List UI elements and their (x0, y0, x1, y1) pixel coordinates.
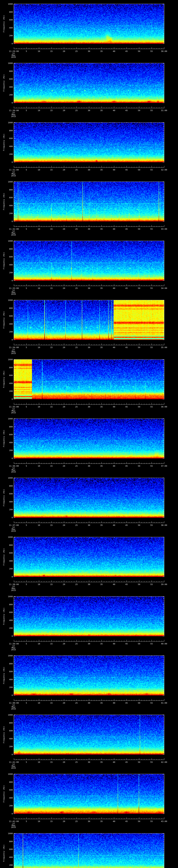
x-tick-label: 50 (136, 702, 142, 704)
x-tick-label: 55 (149, 287, 154, 289)
x-tick-label: 5 (24, 761, 29, 763)
spectrogram-panel-3: Frequency (Hz)10008006004002000510152025… (0, 178, 178, 237)
x-tick-label: 55 (149, 406, 154, 408)
end-time-label: 38:00 (159, 524, 169, 526)
x-tick-label: 10 (36, 50, 42, 52)
x-tick-label: 35 (98, 643, 105, 645)
y-tick-label: 1000 (5, 3, 13, 5)
x-tick-label: 55 (149, 702, 154, 704)
y-tick-label: 0 (5, 576, 13, 578)
x-tick-label: 25 (73, 50, 80, 52)
y-tick-label: 600 (5, 848, 13, 850)
x-tick-label: 35 (98, 406, 105, 408)
x-tick-label: 10 (36, 761, 42, 763)
date-label: 2015 (7, 471, 20, 473)
x-tick-label: 10 (36, 287, 42, 289)
x-tick-label: 50 (136, 465, 142, 467)
x-tick-label: 30 (86, 169, 92, 171)
x-tick-label: 25 (73, 465, 80, 467)
y-tick-label: 400 (5, 856, 13, 858)
x-tick-label: 55 (149, 820, 154, 823)
y-tick-label: 1000 (5, 240, 13, 242)
x-tick-label: 55 (149, 524, 154, 526)
x-tick-label: 45 (124, 50, 129, 52)
x-tick-label: 10 (36, 228, 42, 230)
x-tick-label: 40 (111, 465, 117, 467)
x-tick-label: 50 (136, 524, 142, 526)
x-tick-label: 40 (111, 169, 117, 171)
x-tick-label: 30 (86, 110, 92, 112)
y-tick-label: 200 (5, 331, 13, 333)
x-tick-label: 10 (36, 465, 42, 467)
y-tick-label: 0 (5, 339, 13, 341)
x-tick-label: 25 (73, 169, 80, 171)
date-label: 2015 (7, 708, 20, 710)
y-tick-label: 1000 (5, 181, 13, 183)
x-tick-label: 55 (149, 169, 154, 171)
x-tick-label: 30 (86, 465, 92, 467)
start-time-label: 11:30:00 (6, 110, 22, 112)
x-tick-label: 35 (98, 169, 105, 171)
y-axis-title: Frequency (Hz) (3, 184, 5, 219)
date-label: 2015 (7, 530, 20, 532)
x-tick-label: 20 (61, 465, 67, 467)
y-tick-label: 1000 (5, 122, 13, 124)
date-label: 2015 (7, 116, 20, 117)
x-tick-label: 20 (61, 346, 67, 348)
y-tick-label: 0 (5, 398, 13, 400)
x-tick-label: 20 (61, 287, 67, 289)
spectrogram-stack: Frequency (Hz)10008006004002000510152025… (0, 0, 178, 868)
x-tick-label: 15 (49, 228, 54, 230)
x-tick-label: 15 (49, 643, 54, 645)
y-tick-label: 200 (5, 864, 13, 866)
y-tick-label: 400 (5, 797, 13, 799)
y-tick-label: 0 (5, 102, 13, 104)
y-tick-label: 200 (5, 213, 13, 214)
x-tick-label: 5 (24, 228, 29, 230)
x-tick-label: 5 (24, 702, 29, 704)
end-time-label: 36:00 (159, 406, 169, 408)
y-tick-label: 1000 (5, 655, 13, 657)
x-tick-label: 40 (111, 702, 117, 704)
y-tick-label: 800 (5, 189, 13, 191)
x-tick-label: 35 (98, 702, 105, 704)
start-time-label: 11:37:00 (6, 524, 22, 526)
end-time-label: 32:00 (159, 169, 169, 171)
x-tick-label: 45 (124, 406, 129, 408)
y-tick-label: 400 (5, 27, 13, 29)
spectrogram-panel-5: Frequency (Hz)10008006004002000510152025… (0, 296, 178, 355)
x-tick-label: 50 (136, 346, 142, 348)
y-tick-label: 800 (5, 307, 13, 309)
y-tick-label: 0 (5, 280, 13, 282)
x-tick-label: 15 (49, 169, 54, 171)
x-tick-label: 5 (24, 346, 29, 348)
y-tick-label: 200 (5, 686, 13, 688)
x-tick-label: 45 (124, 820, 129, 823)
x-tick-label: 55 (149, 643, 154, 645)
x-tick-label: 15 (49, 50, 54, 52)
y-tick-label: 1000 (5, 596, 13, 597)
y-tick-label: 1000 (5, 833, 13, 835)
end-time-label: 33:00 (159, 228, 169, 230)
x-tick-label: 5 (24, 287, 29, 289)
y-tick-label: 200 (5, 450, 13, 452)
y-tick-label: 1000 (5, 477, 13, 479)
x-tick-label: 5 (24, 820, 29, 823)
x-tick-label: 40 (111, 346, 117, 348)
x-tick-label: 45 (124, 346, 129, 348)
spectrogram-panel-1: Frequency (Hz)10008006004002000510152025… (0, 59, 178, 118)
x-tick-label: 50 (136, 643, 142, 645)
y-tick-label: 600 (5, 315, 13, 317)
x-tick-label: 45 (124, 110, 129, 112)
x-tick-label: 40 (111, 524, 117, 526)
y-tick-label: 600 (5, 493, 13, 495)
x-tick-label: 30 (86, 406, 92, 408)
y-tick-label: 800 (5, 841, 13, 842)
x-tick-label: 55 (149, 228, 154, 230)
x-tick-label: 50 (136, 761, 142, 763)
spectrogram-panel-2: Frequency (Hz)10008006004002000510152025… (0, 119, 178, 178)
end-time-label: 41:00 (159, 702, 169, 704)
spectrogram-panel-4: Frequency (Hz)10008006004002000510152025… (0, 237, 178, 296)
y-tick-label: 800 (5, 11, 13, 13)
start-time-label: 11:38:00 (6, 584, 22, 585)
